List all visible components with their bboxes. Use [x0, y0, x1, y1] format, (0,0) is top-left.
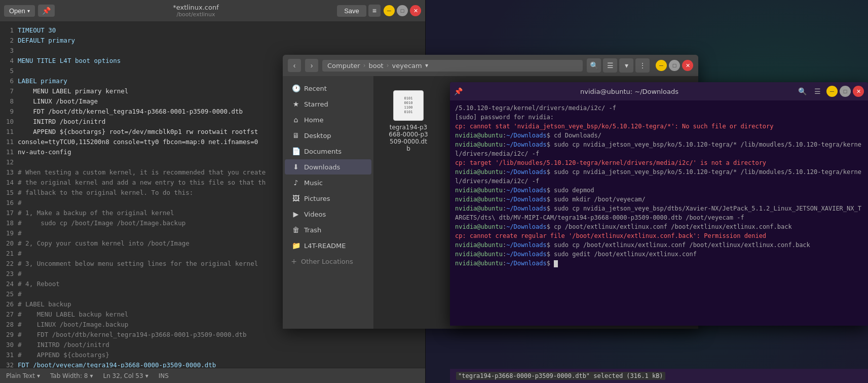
sidebar-label-other: Other Locations: [301, 258, 353, 265]
fm-list-view-button[interactable]: ☰: [603, 58, 617, 73]
sidebar-item-l4t[interactable]: 📁 L4T-README: [285, 238, 371, 253]
editor-title-buttons: Save ≡: [337, 5, 381, 17]
pictures-icon: 🖼: [292, 194, 300, 202]
sidebar-label-music: Music: [304, 179, 323, 187]
editor-wm-buttons: ─ □ ✕: [384, 5, 421, 16]
starred-icon: ★: [292, 100, 300, 108]
sidebar-label-starred: Starred: [304, 100, 328, 108]
fm-back-button[interactable]: ‹: [288, 59, 301, 72]
sidebar-item-documents[interactable]: 📄 Documents: [285, 144, 371, 159]
fm-maximize-button[interactable]: □: [669, 60, 680, 71]
ln-col-indicator[interactable]: Ln 32, Col 53 ▾: [103, 372, 148, 379]
sidebar-item-starred[interactable]: ★ Starred: [285, 96, 371, 112]
file-name-dtb: tegra194-p3668-0000-p3509-0000.dtb: [388, 124, 429, 152]
fm-titlebar: ‹ › Computer › boot › veyecam ▾ 🔍 ☰ ▾ ⋮ …: [283, 55, 698, 76]
breadcrumb-dropdown-button[interactable]: ▾: [425, 62, 428, 69]
music-icon: ♪: [292, 179, 300, 187]
editor-minimize-button[interactable]: ─: [384, 5, 395, 16]
fm-more-button[interactable]: ⋮: [635, 58, 650, 73]
sidebar-label-videos: Videos: [304, 211, 326, 218]
editor-maximize-button[interactable]: □: [397, 5, 408, 16]
editor-close-button[interactable]: ✕: [410, 5, 421, 16]
term-wm-buttons: ─ □ ✕: [826, 86, 864, 97]
breadcrumb-sep-2: ›: [387, 62, 389, 69]
plain-text-label: Plain Text: [6, 372, 35, 379]
sidebar-item-home[interactable]: ⌂ Home: [285, 112, 371, 127]
editor-statusbar: Plain Text ▾ Tab Width: 8 ▾ Ln 32, Col 5…: [0, 368, 425, 383]
save-button[interactable]: Save: [337, 5, 366, 17]
fm-wm-buttons: ─ □ ✕: [656, 60, 693, 71]
term-status-selected: "tegra194-p3668-0000-p3509-0000.dtb" sel…: [456, 372, 665, 379]
breadcrumb-boot[interactable]: boot: [368, 62, 383, 69]
sidebar-item-desktop[interactable]: 🖥 Desktop: [285, 128, 371, 143]
sidebar-label-recent: Recent: [304, 85, 327, 92]
sidebar-label-documents: Documents: [304, 148, 342, 155]
term-selected-file-label: "tegra194-p3668-0000-p3509-0000.dtb" sel…: [456, 372, 665, 380]
tab-width-indicator[interactable]: Tab Width: 8 ▾: [50, 372, 93, 379]
fm-sidebar: 🕐 Recent ★ Starred ⌂ Home 🖥 Desktop 📄 Do…: [283, 76, 374, 329]
fm-title-right: 🔍 ☰ ▾ ⋮: [587, 58, 650, 73]
documents-icon: 📄: [292, 147, 300, 155]
sidebar-label-trash: Trash: [304, 226, 321, 234]
ln-col-arrow: ▾: [145, 372, 148, 379]
ins-indicator: INS: [159, 372, 169, 379]
recent-icon: 🕐: [292, 84, 300, 92]
desktop-icon: 🖥: [292, 131, 300, 140]
editor-title-center: *extlinux.conf /boot/extlinux: [58, 4, 334, 18]
term-menu-button[interactable]: ☰: [811, 85, 823, 97]
term-titlebar: 📌 nvidia@ubuntu: ~/Downloads 🔍 ☰ ─ □ ✕: [450, 82, 868, 100]
sidebar-item-videos[interactable]: ▶ Videos: [285, 206, 371, 222]
ln-col-label: Ln 32, Col 53: [103, 372, 143, 379]
downloads-icon: ⬇: [292, 163, 300, 171]
term-pin-button[interactable]: 📌: [454, 87, 463, 95]
plain-text-arrow: ▾: [37, 372, 40, 379]
editor-filename: *extlinux.conf: [58, 4, 334, 11]
sidebar-item-recent[interactable]: 🕐 Recent: [285, 81, 371, 96]
l4t-icon: 📁: [292, 241, 300, 250]
sidebar-item-trash[interactable]: 🗑 Trash: [285, 222, 371, 237]
sidebar-item-pictures[interactable]: 🖼 Pictures: [285, 191, 371, 206]
tab-width-label: Tab Width: 8: [50, 372, 88, 379]
open-dropdown-arrow: ▾: [27, 8, 30, 14]
sidebar-item-music[interactable]: ♪ Music: [285, 175, 371, 190]
sidebar-item-downloads[interactable]: ⬇ Downloads: [285, 159, 371, 175]
fm-minimize-button[interactable]: ─: [656, 60, 667, 71]
term-statusbar: "tegra194-p3668-0000-p3509-0000.dtb" sel…: [450, 369, 868, 383]
home-icon: ⌂: [292, 116, 300, 124]
fm-view-options-button[interactable]: ▾: [619, 58, 633, 73]
editor-filepath: /boot/extlinux: [58, 11, 334, 18]
sidebar-label-desktop: Desktop: [304, 132, 331, 140]
sidebar-label-downloads: Downloads: [304, 163, 340, 171]
breadcrumb-computer[interactable]: Computer: [327, 62, 360, 69]
term-search-button[interactable]: 🔍: [796, 85, 808, 97]
sidebar-item-other-locations[interactable]: + Other Locations: [283, 254, 373, 269]
terminal-window: 📌 nvidia@ubuntu: ~/Downloads 🔍 ☰ ─ □ ✕ /…: [450, 82, 868, 326]
file-item-dtb[interactable]: 0101001011000101 tegra194-p3668-0000-p35…: [384, 86, 433, 156]
sidebar-label-home: Home: [304, 116, 323, 124]
sidebar-label-l4t: L4T-README: [304, 242, 346, 250]
term-title: nvidia@ubuntu: ~/Downloads: [466, 88, 793, 95]
open-button[interactable]: Open ▾: [4, 5, 35, 17]
sidebar-label-pictures: Pictures: [304, 195, 330, 202]
term-minimize-button[interactable]: ─: [826, 86, 838, 97]
plain-text-indicator[interactable]: Plain Text ▾: [6, 372, 40, 379]
pin-button[interactable]: 📌: [38, 5, 55, 17]
videos-icon: ▶: [292, 210, 300, 218]
term-body[interactable]: /5.10.120-tegra/kernel/drivers/media/i2c…: [450, 100, 868, 326]
fm-forward-button[interactable]: ›: [305, 59, 318, 72]
fm-close-button[interactable]: ✕: [682, 60, 693, 71]
fm-breadcrumb: Computer › boot › veyecam ▾: [322, 60, 583, 72]
tab-width-arrow: ▾: [90, 372, 93, 379]
breadcrumb-veyecam[interactable]: veyecam: [392, 62, 422, 69]
file-thumbnail-dtb: 0101001011000101: [393, 90, 424, 121]
trash-icon: 🗑: [292, 226, 300, 234]
editor-titlebar: Open ▾ 📌 *extlinux.conf /boot/extlinux S…: [0, 0, 425, 21]
fm-search-button[interactable]: 🔍: [587, 58, 601, 73]
breadcrumb-sep-1: ›: [363, 62, 366, 69]
other-locations-icon: +: [290, 257, 298, 265]
open-label: Open: [9, 7, 25, 15]
term-maximize-button[interactable]: □: [840, 86, 851, 97]
editor-menu-button[interactable]: ≡: [368, 5, 381, 17]
ins-label: INS: [159, 372, 169, 379]
term-close-button[interactable]: ✕: [853, 86, 864, 97]
